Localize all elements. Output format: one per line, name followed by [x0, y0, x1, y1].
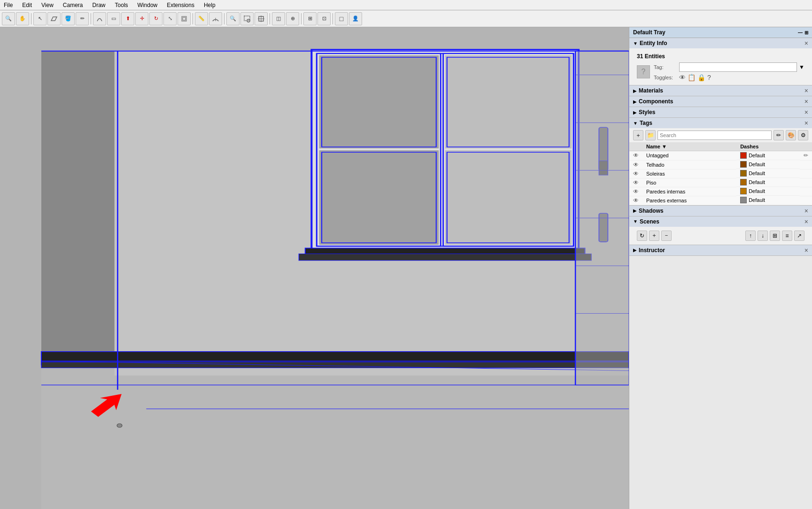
scenes-move-down-button[interactable]: ↓: [758, 231, 768, 241]
scenes-grid-button[interactable]: ⊞: [770, 231, 780, 241]
tag-edit-cell[interactable]: [800, 169, 812, 178]
styles-close[interactable]: ×: [804, 108, 808, 116]
pushpull-tool-button[interactable]: ⬆: [121, 12, 134, 25]
scenes-refresh-button[interactable]: ↻: [637, 231, 647, 241]
scenes-export-button[interactable]: ↗: [794, 231, 804, 241]
add-tag-folder-button[interactable]: 📁: [645, 130, 656, 140]
tags-close[interactable]: ×: [804, 119, 808, 127]
move-tool-button[interactable]: ✛: [135, 12, 148, 25]
toggle-cast-shadows-icon[interactable]: 🔒: [697, 74, 705, 81]
entity-info-header[interactable]: ▼ Entity Info ×: [629, 38, 812, 48]
tag-eye-cell[interactable]: 👁: [629, 160, 642, 169]
select-tool-button[interactable]: ↖: [33, 12, 46, 25]
entity-info-close[interactable]: ×: [804, 39, 808, 47]
add-tag-button[interactable]: ＋: [633, 130, 643, 140]
tag-name-cell[interactable]: Paredes externas: [642, 196, 736, 205]
tag-edit-cell[interactable]: [800, 196, 812, 205]
tag-name-cell[interactable]: Untagged: [642, 151, 736, 161]
rectangle-tool-button[interactable]: ▭: [107, 12, 120, 25]
tags-toolbar: ＋ 📁 ✏ 🎨 ⚙: [629, 128, 812, 142]
person-button[interactable]: 👤: [349, 12, 362, 25]
menu-help[interactable]: Help: [202, 1, 217, 9]
arc-tool-button[interactable]: [93, 12, 106, 25]
instructor-title: Instructor: [639, 247, 665, 254]
pencil-tool-button[interactable]: ✏: [76, 12, 89, 25]
scenes-close[interactable]: ×: [804, 218, 808, 225]
instructor-close[interactable]: ×: [804, 247, 808, 254]
scenes-details-button[interactable]: ≡: [782, 231, 792, 241]
tag-name-cell[interactable]: Piso: [642, 178, 736, 187]
toggle-lock-icon[interactable]: 📋: [688, 74, 696, 81]
styles-header[interactable]: ▶ Styles ×: [629, 107, 812, 117]
tag-name-cell[interactable]: Paredes internas: [642, 187, 736, 196]
zoom-extents-button[interactable]: [255, 12, 268, 25]
tag-edit-cell[interactable]: ✏: [800, 151, 812, 161]
menu-view[interactable]: View: [39, 1, 55, 9]
menu-edit[interactable]: Edit: [20, 1, 34, 9]
instructor-section: ▶ Instructor ×: [629, 245, 812, 256]
scenes-header[interactable]: ▼ Scenes ×: [629, 216, 812, 227]
tags-options-icon[interactable]: ⚙: [798, 130, 808, 140]
instructor-header[interactable]: ▶ Instructor ×: [629, 245, 812, 255]
orbit-tool-button[interactable]: 🔍: [2, 12, 15, 25]
zoom-tool-button[interactable]: 🔍: [226, 12, 240, 25]
tags-color-icon[interactable]: 🎨: [786, 130, 796, 140]
menu-tools[interactable]: Tools: [113, 1, 130, 9]
scale-tool-button[interactable]: ⤡: [163, 12, 177, 25]
tag-eye-cell[interactable]: 👁: [629, 187, 642, 196]
eraser-tool-button[interactable]: [47, 12, 61, 25]
viewport[interactable]: [0, 27, 629, 509]
toggle-receive-shadows-icon[interactable]: ?: [707, 74, 711, 81]
tags-header[interactable]: ▼ Tags ×: [629, 118, 812, 128]
scenes-section: ▼ Scenes × ↻ ＋ － ↑ ↓ ⊞ ≡ ↗: [629, 216, 812, 245]
scenes-move-up-button[interactable]: ↑: [745, 231, 756, 241]
components-header[interactable]: ▶ Components ×: [629, 96, 812, 107]
menu-camera[interactable]: Camera: [61, 1, 85, 9]
offset-tool-button[interactable]: [178, 12, 191, 25]
tags-col-name[interactable]: Name ▼: [642, 142, 736, 151]
tray-minimize-button[interactable]: —: [798, 30, 803, 35]
tag-eye-cell[interactable]: 👁: [629, 196, 642, 205]
menu-window[interactable]: Window: [136, 1, 160, 9]
tag-name-cell[interactable]: Telhado: [642, 160, 736, 169]
tags-edit-icon[interactable]: ✏: [773, 130, 784, 140]
axes-button[interactable]: ⊕: [286, 12, 299, 25]
entity-tag-dropdown-icon[interactable]: ▼: [799, 64, 804, 70]
entity-toggles-label: Toggles:: [654, 75, 677, 80]
tag-edit-cell[interactable]: [800, 178, 812, 187]
section-plane-button[interactable]: ◫: [272, 12, 285, 25]
tag-dashes-cell: Default: [736, 160, 800, 169]
zoom-window-button[interactable]: [240, 12, 254, 25]
tags-content: ＋ 📁 ✏ 🎨 ⚙ Name ▼: [629, 128, 812, 205]
tag-eye-cell[interactable]: 👁: [629, 178, 642, 187]
tape-tool-button[interactable]: 📏: [195, 12, 208, 25]
tag-edit-cell[interactable]: [800, 187, 812, 196]
materials-close[interactable]: ×: [804, 87, 808, 94]
menu-extensions[interactable]: Extensions: [165, 1, 196, 9]
standard-views-button[interactable]: ⊞: [303, 12, 317, 25]
toggle-visibility-icon[interactable]: 👁: [679, 74, 686, 81]
tray-options-button[interactable]: ⊞: [804, 30, 808, 35]
model-info-button[interactable]: □: [335, 12, 348, 25]
pan-tool-button[interactable]: ✋: [16, 12, 29, 25]
toolbar-separator-2: [91, 13, 91, 24]
rotate-tool-button[interactable]: ↻: [149, 12, 162, 25]
tag-name-cell[interactable]: Soleiras: [642, 169, 736, 178]
scenes-remove-button[interactable]: －: [661, 231, 672, 241]
paint-tool-button[interactable]: 🪣: [62, 12, 75, 25]
entity-tag-input[interactable]: [679, 62, 797, 72]
main-area: Default Tray — ⊞ ▼ Entity Info × 31 Enti…: [0, 27, 812, 509]
tag-eye-cell[interactable]: 👁: [629, 169, 642, 178]
parallel-proj-button[interactable]: ⊡: [317, 12, 331, 25]
components-close[interactable]: ×: [804, 98, 808, 105]
menu-file[interactable]: File: [2, 1, 15, 9]
shadows-header[interactable]: ▶ Shadows ×: [629, 206, 812, 216]
menu-draw[interactable]: Draw: [91, 1, 108, 9]
tag-edit-cell[interactable]: [800, 160, 812, 169]
tags-search-input[interactable]: [657, 131, 772, 140]
scenes-add-button[interactable]: ＋: [649, 231, 659, 241]
protractor-tool-button[interactable]: [209, 12, 222, 25]
shadows-close[interactable]: ×: [804, 207, 808, 215]
tag-eye-cell[interactable]: 👁: [629, 151, 642, 161]
materials-header[interactable]: ▶ Materials ×: [629, 85, 812, 96]
